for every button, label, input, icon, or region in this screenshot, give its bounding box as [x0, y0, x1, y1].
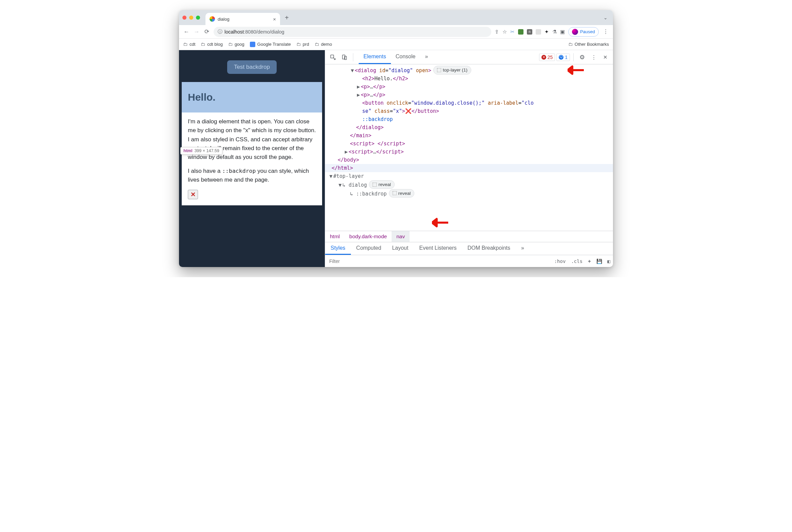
bookmarks-bar: 🗀cdt 🗀cdt blog 🗀goog Google Translate 🗀p…: [179, 39, 613, 50]
extension-icon-1[interactable]: [518, 29, 523, 35]
browser-tab[interactable]: dialog ×: [205, 13, 280, 25]
dialog-para-1: I'm a dialog element that is open. You c…: [182, 117, 322, 162]
profile-avatar-icon: [572, 29, 578, 35]
extension-icon-2[interactable]: n: [527, 29, 532, 35]
toggle-sidebar-icon[interactable]: ◧: [605, 259, 613, 264]
dom-node-html-close[interactable]: </html>: [325, 164, 613, 172]
tab-overflow[interactable]: »: [420, 50, 432, 64]
reveal-badge-dialog[interactable]: reveal: [369, 180, 395, 189]
forward-button[interactable]: →: [193, 28, 200, 35]
issues-counter[interactable]: 🗨1: [556, 54, 570, 61]
devtools-close-icon[interactable]: ✕: [600, 52, 610, 62]
tab-close-icon[interactable]: ×: [273, 16, 276, 22]
elements-tree[interactable]: ▼<dialog id="dialog" open>top-layer (1) …: [325, 64, 613, 231]
styles-filter-input[interactable]: [325, 259, 552, 264]
crumb-html[interactable]: html: [325, 231, 345, 242]
back-button[interactable]: ←: [183, 28, 190, 35]
cls-toggle[interactable]: .cls: [568, 259, 585, 264]
stab-overflow[interactable]: »: [516, 242, 530, 255]
browser-menu-icon[interactable]: ⋮: [602, 28, 609, 35]
dom-node-p1[interactable]: ▶<p>…</p>: [325, 83, 613, 91]
devtools-toolbar: Elements Console » ✕25 🗨1 ⚙ ⋮ ✕: [325, 50, 613, 64]
tabs-dropdown-icon[interactable]: ⌄: [602, 15, 610, 20]
styles-tabstrip: Styles Computed Layout Event Listeners D…: [325, 242, 613, 255]
rendered-page: Test backdrop Hello. html399 × 147.59 I'…: [179, 50, 325, 267]
dom-node-script1[interactable]: <script> </script>: [325, 139, 613, 148]
stab-layout[interactable]: Layout: [387, 242, 413, 255]
bookmark-demo[interactable]: 🗀demo: [315, 42, 332, 47]
profile-status: Paused: [580, 29, 595, 34]
dom-node-button-2[interactable]: se" class="x">❌</button>: [325, 107, 613, 115]
devtools-menu-icon[interactable]: ⋮: [589, 52, 599, 62]
url-text: localhost:8080/demo/dialog: [224, 29, 284, 35]
maximize-window-dot[interactable]: [196, 16, 200, 20]
new-tab-button[interactable]: +: [283, 14, 291, 22]
site-info-icon[interactable]: ⓘ: [218, 29, 222, 35]
minimize-window-dot[interactable]: [189, 16, 193, 20]
dom-node-p2[interactable]: ▶<p>…</p>: [325, 91, 613, 99]
labs-flask-icon[interactable]: ⚗: [552, 29, 557, 35]
close-window-dot[interactable]: [182, 16, 186, 20]
dom-node-toplayer[interactable]: ▼#top-layer: [325, 172, 613, 180]
bookmark-star-icon[interactable]: ☆: [502, 29, 507, 35]
dialog-close-button[interactable]: ✕: [188, 190, 198, 199]
tab-elements[interactable]: Elements: [359, 50, 391, 64]
crumb-body[interactable]: body.dark-mode: [345, 231, 392, 242]
dialog-para-2: I also have a ::backdrop you can style, …: [182, 167, 322, 185]
dom-node-dialog-close[interactable]: </dialog>: [325, 124, 613, 132]
error-counter[interactable]: ✕25: [539, 54, 555, 61]
browser-toolbar: ← → ⟳ ⓘ localhost:8080/demo/dialog ⇪ ☆ ✂…: [179, 25, 613, 39]
stab-styles[interactable]: Styles: [325, 242, 351, 255]
share-icon[interactable]: ⇪: [495, 29, 499, 35]
top-layer-badge[interactable]: top-layer (1): [433, 66, 471, 75]
reveal-badge-backdrop[interactable]: reveal: [389, 189, 415, 198]
breadcrumbs: html body.dark-mode nav: [325, 231, 613, 242]
dom-node-button[interactable]: <button onclick="window.dialog.close();"…: [325, 99, 613, 107]
computed-styles-icon[interactable]: 💾: [594, 259, 605, 264]
dom-node-body-close[interactable]: </body>: [325, 156, 613, 164]
address-bar[interactable]: ⓘ localhost:8080/demo/dialog: [214, 27, 491, 37]
profile-chip[interactable]: Paused: [568, 27, 599, 37]
scissors-icon[interactable]: ✂: [510, 29, 515, 35]
content-split: Test backdrop Hello. html399 × 147.59 I'…: [179, 50, 613, 267]
stab-event-listeners[interactable]: Event Listeners: [413, 242, 462, 255]
bookmark-cdt[interactable]: 🗀cdt: [183, 42, 195, 47]
reload-button[interactable]: ⟳: [203, 28, 210, 35]
stab-dom-breakpoints[interactable]: DOM Breakpoints: [462, 242, 516, 255]
annotation-arrow-1: [568, 65, 584, 78]
annotation-arrow-2: [432, 217, 448, 230]
window-controls: [182, 16, 200, 20]
hov-toggle[interactable]: :hov: [552, 259, 569, 264]
device-toggle-icon[interactable]: [339, 52, 350, 62]
browser-window: dialog × + ⌄ ← → ⟳ ⓘ localhost:8080/demo…: [179, 10, 613, 267]
dom-node-tl-dialog[interactable]: ▼↳ dialogreveal: [325, 180, 613, 189]
dom-node-tl-backdrop[interactable]: ↳ ::backdropreveal: [325, 189, 613, 198]
element-tooltip: html399 × 147.59: [180, 147, 222, 154]
dialog-element: Hello. html399 × 147.59 I'm a dialog ele…: [182, 82, 322, 205]
bookmark-google-translate[interactable]: Google Translate: [250, 42, 291, 47]
crumb-nav[interactable]: nav: [392, 231, 409, 242]
stab-computed[interactable]: Computed: [351, 242, 387, 255]
inspect-element-icon[interactable]: [328, 52, 338, 62]
extension-icon-3[interactable]: [536, 29, 541, 35]
dialog-header: Hello.: [182, 82, 322, 113]
dom-node-script2[interactable]: ▶<script>…</script>: [325, 148, 613, 156]
styles-filter-row: :hov .cls + 💾 ◧: [325, 255, 613, 267]
new-style-rule-icon[interactable]: +: [585, 259, 593, 264]
devtools-settings-icon[interactable]: ⚙: [577, 52, 587, 62]
bookmark-goog[interactable]: 🗀goog: [228, 42, 244, 47]
tab-title: dialog: [218, 17, 229, 22]
test-backdrop-button[interactable]: Test backdrop: [227, 60, 277, 74]
toolbar-actions: ⇪ ☆ ✂ n ✦ ⚗ ▣: [495, 29, 565, 35]
bookmark-other[interactable]: 🗀Other Bookmarks: [568, 42, 609, 47]
dom-node-backdrop[interactable]: ::backdrop: [325, 115, 613, 124]
side-panel-icon[interactable]: ▣: [560, 29, 565, 35]
dom-node-main-close[interactable]: </main>: [325, 132, 613, 139]
bookmark-prd[interactable]: 🗀prd: [296, 42, 309, 47]
close-x-icon: ✕: [190, 191, 196, 198]
tab-favicon: [209, 16, 215, 22]
bookmark-cdt-blog[interactable]: 🗀cdt blog: [201, 42, 223, 47]
extensions-puzzle-icon[interactable]: ✦: [545, 29, 549, 35]
tooltip-dimensions: 399 × 147.59: [194, 148, 219, 153]
tab-console[interactable]: Console: [391, 50, 420, 64]
